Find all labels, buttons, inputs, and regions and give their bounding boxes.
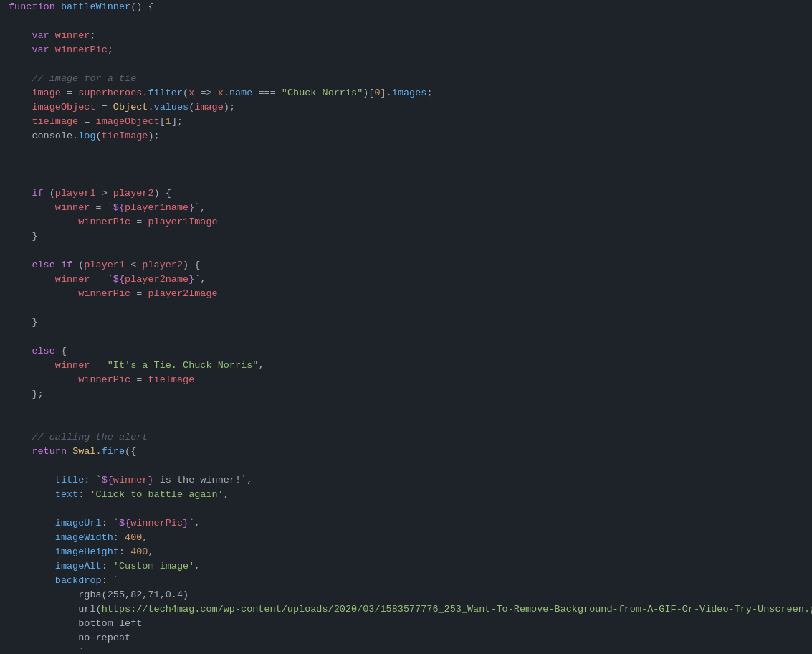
code-content: function battleWinner() { var winner; va… — [0, 0, 812, 654]
code-editor: function battleWinner() { var winner; va… — [0, 0, 812, 654]
